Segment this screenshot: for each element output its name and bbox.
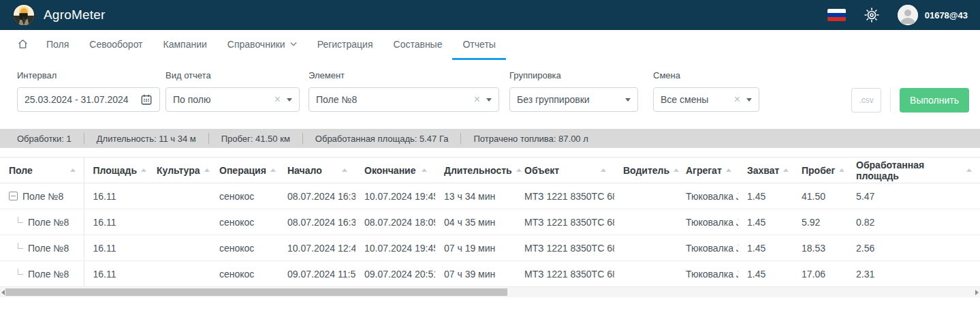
nav-home[interactable] <box>10 30 36 60</box>
csv-export-button[interactable]: .csv <box>851 88 881 112</box>
shift-select[interactable]: Все смены × <box>653 87 759 112</box>
sort-icon[interactable] <box>270 168 276 172</box>
table-row-child[interactable]: Поле №8 16.11 сенокос 10.07.2024 12:48:3… <box>0 235 980 261</box>
col-header-processed-area[interactable]: Обработанная площадь <box>847 158 980 183</box>
col-header-mileage[interactable]: Пробег <box>793 158 847 183</box>
sort-icon[interactable] <box>674 168 679 172</box>
report-summary-bar: Обработки: 1 Длительность: 11 ч 34 м Про… <box>0 129 980 148</box>
scroll-left-arrow-icon[interactable] <box>1 290 5 295</box>
scroll-right-arrow-icon[interactable] <box>975 290 979 295</box>
cell-processed-area: 5.47 <box>847 183 980 209</box>
cell-duration: 07 ч 19 мин <box>435 235 516 261</box>
cell-area: 16.11 <box>84 209 148 235</box>
col-header-field[interactable]: Поле <box>0 158 84 183</box>
col-label: Длительность <box>444 165 512 176</box>
cell-processed-area: 2.31 <box>847 261 980 287</box>
cell-area: 16.11 <box>84 183 148 209</box>
cell-operation: сенокос <box>210 183 279 209</box>
grouping-select[interactable]: Без группировки <box>509 87 638 112</box>
settings-gear-icon[interactable] <box>864 7 880 23</box>
grouping-label: Группировка <box>509 70 638 80</box>
col-label: Окончание <box>364 165 415 176</box>
tree-branch-icon <box>18 217 23 223</box>
scrollbar-thumb[interactable] <box>5 288 507 296</box>
nav-registration[interactable]: Регистрация <box>307 30 383 60</box>
language-flag-icon[interactable] <box>827 9 846 21</box>
x-clear-icon[interactable]: × <box>274 94 281 105</box>
triangle-down-icon[interactable] <box>486 98 492 102</box>
nav-directories[interactable]: Справочники <box>217 30 307 60</box>
cell-mileage: 41.50 <box>793 183 847 209</box>
sort-icon[interactable] <box>726 168 731 172</box>
x-clear-icon[interactable]: × <box>474 94 480 105</box>
report-type-select[interactable]: По полю × <box>165 87 300 112</box>
cell-implement: Тюковалка JD <box>677 183 738 209</box>
col-header-end[interactable]: Окончание <box>355 158 435 183</box>
sort-icon[interactable] <box>516 168 522 172</box>
col-label: Операция <box>219 165 266 176</box>
sort-icon[interactable] <box>783 168 789 172</box>
summary-treatments: Обработки: 1 <box>17 134 84 144</box>
user-menu[interactable]: 01678@43 <box>898 5 968 25</box>
nav-fields[interactable]: Поля <box>36 30 79 60</box>
col-header-start[interactable]: Начало <box>279 158 355 183</box>
collapse-icon[interactable] <box>9 192 18 200</box>
run-report-button[interactable]: Выполнить <box>900 88 969 112</box>
horizontal-scrollbar[interactable] <box>0 287 980 297</box>
nav-composite[interactable]: Составные <box>383 30 453 60</box>
cell-duration: 07 ч 39 мин <box>435 261 516 287</box>
avatar-icon[interactable] <box>898 5 918 25</box>
col-header-operation[interactable]: Операция <box>210 158 279 183</box>
nav-campaigns[interactable]: Кампании <box>153 30 217 60</box>
col-header-culture[interactable]: Культура <box>148 158 210 183</box>
sort-icon[interactable] <box>70 168 76 172</box>
col-header-driver[interactable]: Водитель <box>614 158 677 183</box>
nav-label: Кампании <box>163 39 207 50</box>
nav-reports[interactable]: Отчеты <box>452 30 505 60</box>
cell-culture <box>148 209 210 235</box>
tree-branch-icon <box>18 269 23 275</box>
nav-label: Отчеты <box>462 39 495 50</box>
element-select[interactable]: Поле №8 × <box>309 87 499 112</box>
sort-icon[interactable] <box>601 168 606 172</box>
col-label: Поле <box>9 165 33 176</box>
field-name: Поле №8 <box>28 269 69 280</box>
cell-implement: Тюковалка JD <box>677 209 738 235</box>
nav-label: Составные <box>394 39 443 50</box>
summary-processed-area: Обработанная площадь: 5.47 Га <box>303 134 461 144</box>
table-row-child[interactable]: Поле №8 16.11 сенокос 09.07.2024 11:52:0… <box>0 261 980 287</box>
sort-icon[interactable] <box>204 168 210 172</box>
interval-value: 25.03.2024 - 31.07.2024 <box>25 94 140 105</box>
main-nav: Поля Севооборот Кампании Справочники Рег… <box>0 30 980 60</box>
cell-end: 08.07.2024 18:09:59 <box>355 209 435 235</box>
col-header-implement[interactable]: Агрегат <box>677 158 738 183</box>
col-header-object[interactable]: Объект <box>516 158 614 183</box>
cell-start: 09.07.2024 11:52:04 <box>279 261 355 287</box>
col-header-grip[interactable]: Захват <box>738 158 793 183</box>
sort-icon[interactable] <box>422 168 427 172</box>
calendar-icon[interactable] <box>140 93 153 106</box>
table-row-child[interactable]: Поле №8 16.11 сенокос 08.07.2024 16:33:0… <box>0 209 980 235</box>
triangle-down-icon[interactable] <box>746 98 752 102</box>
sort-icon[interactable] <box>966 168 972 172</box>
table-row-parent[interactable]: Поле №8 16.11 сенокос 08.07.2024 16:33:0… <box>0 183 980 209</box>
cell-end: 09.07.2024 20:51:37 <box>355 261 435 287</box>
col-header-area[interactable]: Площадь <box>84 158 148 183</box>
triangle-down-icon[interactable] <box>287 98 292 102</box>
triangle-down-icon[interactable] <box>625 98 631 102</box>
cell-end: 10.07.2024 19:45:18 <box>355 183 435 209</box>
sort-icon[interactable] <box>839 168 844 172</box>
cell-end: 10.07.2024 19:45:18 <box>355 235 435 261</box>
cell-object: МТЗ 1221 8350ТС 68 <box>516 235 614 261</box>
cell-area: 16.11 <box>84 261 148 287</box>
sort-icon[interactable] <box>342 168 347 172</box>
report-filters: Интервал 25.03.2024 - 31.07.2024 Вид отч… <box>0 60 980 129</box>
sort-icon[interactable] <box>141 168 146 172</box>
summary-mileage: Пробег: 41.50 км <box>209 134 302 144</box>
nav-label: Поля <box>46 39 69 50</box>
table-header-row: Поле Площадь Культура Операция Начало Ок… <box>0 158 980 183</box>
nav-crop-rotation[interactable]: Севооборот <box>79 30 153 60</box>
interval-input[interactable]: 25.03.2024 - 31.07.2024 <box>17 87 160 112</box>
col-header-duration[interactable]: Длительность <box>435 158 516 183</box>
x-clear-icon[interactable]: × <box>734 94 740 105</box>
